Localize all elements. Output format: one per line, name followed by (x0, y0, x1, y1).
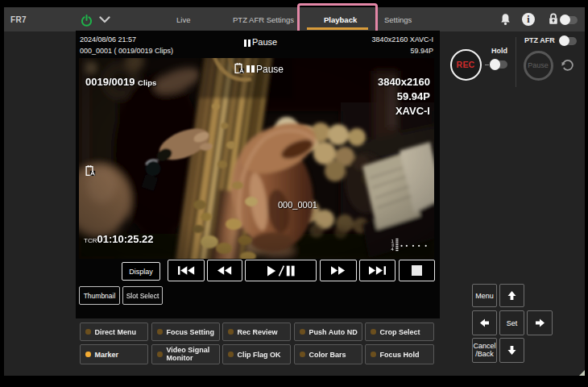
svg-text:1: 1 (391, 239, 394, 243)
svg-text:4: 4 (391, 247, 395, 252)
